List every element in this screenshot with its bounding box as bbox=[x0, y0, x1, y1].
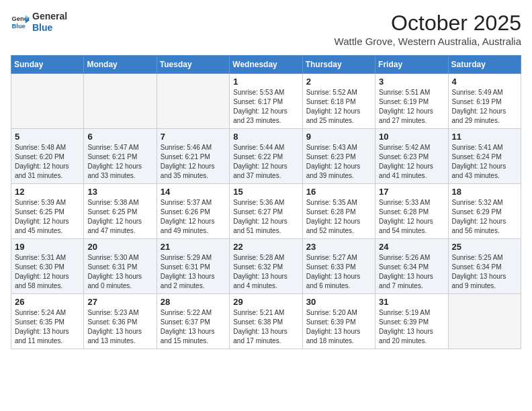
day-info: Sunrise: 5:26 AM Sunset: 6:34 PM Dayligh… bbox=[379, 253, 444, 291]
calendar-day-cell: 14Sunrise: 5:37 AM Sunset: 6:26 PM Dayli… bbox=[157, 184, 229, 239]
day-info: Sunrise: 5:51 AM Sunset: 6:19 PM Dayligh… bbox=[379, 88, 444, 126]
day-number: 19 bbox=[15, 242, 80, 252]
day-info: Sunrise: 5:30 AM Sunset: 6:31 PM Dayligh… bbox=[87, 253, 152, 291]
weekday-header-thursday: Thursday bbox=[302, 56, 375, 74]
day-number: 17 bbox=[379, 187, 444, 197]
day-info: Sunrise: 5:33 AM Sunset: 6:28 PM Dayligh… bbox=[379, 198, 444, 236]
calendar-week-row: 5Sunrise: 5:48 AM Sunset: 6:20 PM Daylig… bbox=[11, 129, 521, 184]
day-info: Sunrise: 5:37 AM Sunset: 6:26 PM Dayligh… bbox=[161, 198, 226, 236]
calendar-day-cell: 11Sunrise: 5:41 AM Sunset: 6:24 PM Dayli… bbox=[448, 129, 521, 184]
calendar-day-cell: 27Sunrise: 5:23 AM Sunset: 6:36 PM Dayli… bbox=[84, 294, 157, 349]
day-info: Sunrise: 5:43 AM Sunset: 6:23 PM Dayligh… bbox=[306, 143, 371, 181]
calendar-day-cell bbox=[157, 74, 229, 129]
day-number: 31 bbox=[379, 297, 444, 307]
day-number: 16 bbox=[306, 187, 371, 197]
day-number: 24 bbox=[379, 242, 444, 252]
calendar-week-row: 26Sunrise: 5:24 AM Sunset: 6:35 PM Dayli… bbox=[11, 294, 521, 349]
logo-text-general: General bbox=[32, 11, 67, 22]
day-info: Sunrise: 5:28 AM Sunset: 6:32 PM Dayligh… bbox=[233, 253, 298, 291]
calendar-day-cell: 13Sunrise: 5:38 AM Sunset: 6:25 PM Dayli… bbox=[84, 184, 157, 239]
calendar-day-cell: 3Sunrise: 5:51 AM Sunset: 6:19 PM Daylig… bbox=[375, 74, 448, 129]
day-info: Sunrise: 5:23 AM Sunset: 6:36 PM Dayligh… bbox=[87, 308, 152, 346]
calendar-day-cell: 26Sunrise: 5:24 AM Sunset: 6:35 PM Dayli… bbox=[11, 294, 84, 349]
day-info: Sunrise: 5:32 AM Sunset: 6:29 PM Dayligh… bbox=[452, 198, 517, 236]
day-info: Sunrise: 5:19 AM Sunset: 6:39 PM Dayligh… bbox=[379, 308, 444, 346]
day-number: 12 bbox=[15, 187, 80, 197]
calendar-week-row: 12Sunrise: 5:39 AM Sunset: 6:25 PM Dayli… bbox=[11, 184, 521, 239]
day-number: 3 bbox=[379, 77, 444, 87]
day-number: 9 bbox=[306, 132, 371, 142]
day-number: 13 bbox=[87, 187, 152, 197]
day-number: 26 bbox=[15, 297, 80, 307]
day-info: Sunrise: 5:36 AM Sunset: 6:27 PM Dayligh… bbox=[233, 198, 298, 236]
calendar-day-cell: 23Sunrise: 5:27 AM Sunset: 6:33 PM Dayli… bbox=[302, 239, 375, 294]
calendar-day-cell: 4Sunrise: 5:49 AM Sunset: 6:19 PM Daylig… bbox=[448, 74, 521, 129]
calendar-day-cell: 12Sunrise: 5:39 AM Sunset: 6:25 PM Dayli… bbox=[11, 184, 84, 239]
day-number: 15 bbox=[233, 187, 298, 197]
day-number: 8 bbox=[233, 132, 298, 142]
day-number: 4 bbox=[452, 77, 517, 87]
calendar-day-cell: 1Sunrise: 5:53 AM Sunset: 6:17 PM Daylig… bbox=[230, 74, 302, 129]
calendar-table: SundayMondayTuesdayWednesdayThursdayFrid… bbox=[11, 55, 521, 349]
calendar-day-cell: 16Sunrise: 5:35 AM Sunset: 6:28 PM Dayli… bbox=[302, 184, 375, 239]
weekday-header-saturday: Saturday bbox=[448, 56, 521, 74]
calendar-day-cell bbox=[11, 74, 84, 129]
day-number: 23 bbox=[306, 242, 371, 252]
calendar-day-cell: 5Sunrise: 5:48 AM Sunset: 6:20 PM Daylig… bbox=[11, 129, 84, 184]
day-info: Sunrise: 5:21 AM Sunset: 6:38 PM Dayligh… bbox=[233, 308, 298, 346]
day-number: 20 bbox=[87, 242, 152, 252]
day-number: 27 bbox=[87, 297, 152, 307]
day-number: 7 bbox=[161, 132, 226, 142]
day-number: 18 bbox=[452, 187, 517, 197]
calendar-day-cell: 9Sunrise: 5:43 AM Sunset: 6:23 PM Daylig… bbox=[302, 129, 375, 184]
page-header: General Blue General Blue October 2025 W… bbox=[11, 11, 521, 47]
day-info: Sunrise: 5:49 AM Sunset: 6:19 PM Dayligh… bbox=[452, 88, 517, 126]
calendar-day-cell: 24Sunrise: 5:26 AM Sunset: 6:34 PM Dayli… bbox=[375, 239, 448, 294]
day-info: Sunrise: 5:42 AM Sunset: 6:23 PM Dayligh… bbox=[379, 143, 444, 181]
day-number: 11 bbox=[452, 132, 517, 142]
logo-icon: General Blue bbox=[11, 13, 30, 32]
calendar-week-row: 1Sunrise: 5:53 AM Sunset: 6:17 PM Daylig… bbox=[11, 74, 521, 129]
calendar-day-cell: 31Sunrise: 5:19 AM Sunset: 6:39 PM Dayli… bbox=[375, 294, 448, 349]
day-info: Sunrise: 5:44 AM Sunset: 6:22 PM Dayligh… bbox=[233, 143, 298, 181]
weekday-header-row: SundayMondayTuesdayWednesdayThursdayFrid… bbox=[11, 56, 521, 74]
day-number: 28 bbox=[161, 297, 226, 307]
day-number: 21 bbox=[161, 242, 226, 252]
weekday-header-monday: Monday bbox=[84, 56, 157, 74]
day-info: Sunrise: 5:20 AM Sunset: 6:39 PM Dayligh… bbox=[306, 308, 371, 346]
day-info: Sunrise: 5:47 AM Sunset: 6:21 PM Dayligh… bbox=[87, 143, 152, 181]
weekday-header-wednesday: Wednesday bbox=[230, 56, 302, 74]
calendar-day-cell: 25Sunrise: 5:25 AM Sunset: 6:34 PM Dayli… bbox=[448, 239, 521, 294]
calendar-day-cell: 21Sunrise: 5:29 AM Sunset: 6:31 PM Dayli… bbox=[157, 239, 229, 294]
weekday-header-sunday: Sunday bbox=[11, 56, 84, 74]
calendar-day-cell: 22Sunrise: 5:28 AM Sunset: 6:32 PM Dayli… bbox=[230, 239, 302, 294]
day-number: 25 bbox=[452, 242, 517, 252]
day-info: Sunrise: 5:48 AM Sunset: 6:20 PM Dayligh… bbox=[15, 143, 80, 181]
day-info: Sunrise: 5:25 AM Sunset: 6:34 PM Dayligh… bbox=[452, 253, 517, 291]
day-info: Sunrise: 5:53 AM Sunset: 6:17 PM Dayligh… bbox=[233, 88, 298, 126]
day-info: Sunrise: 5:38 AM Sunset: 6:25 PM Dayligh… bbox=[87, 198, 152, 236]
day-number: 6 bbox=[87, 132, 152, 142]
day-number: 1 bbox=[233, 77, 298, 87]
day-info: Sunrise: 5:46 AM Sunset: 6:21 PM Dayligh… bbox=[161, 143, 226, 181]
day-info: Sunrise: 5:24 AM Sunset: 6:35 PM Dayligh… bbox=[15, 308, 80, 346]
day-info: Sunrise: 5:22 AM Sunset: 6:37 PM Dayligh… bbox=[161, 308, 226, 346]
calendar-day-cell: 18Sunrise: 5:32 AM Sunset: 6:29 PM Dayli… bbox=[448, 184, 521, 239]
weekday-header-friday: Friday bbox=[375, 56, 448, 74]
svg-text:Blue: Blue bbox=[12, 23, 26, 30]
day-number: 5 bbox=[15, 132, 80, 142]
day-number: 22 bbox=[233, 242, 298, 252]
location-title: Wattle Grove, Western Australia, Austral… bbox=[335, 36, 521, 47]
calendar-day-cell: 8Sunrise: 5:44 AM Sunset: 6:22 PM Daylig… bbox=[230, 129, 302, 184]
day-info: Sunrise: 5:29 AM Sunset: 6:31 PM Dayligh… bbox=[161, 253, 226, 291]
day-info: Sunrise: 5:41 AM Sunset: 6:24 PM Dayligh… bbox=[452, 143, 517, 181]
logo: General Blue General Blue bbox=[11, 11, 67, 34]
calendar-day-cell bbox=[84, 74, 157, 129]
calendar-week-row: 19Sunrise: 5:31 AM Sunset: 6:30 PM Dayli… bbox=[11, 239, 521, 294]
day-info: Sunrise: 5:31 AM Sunset: 6:30 PM Dayligh… bbox=[15, 253, 80, 291]
calendar-day-cell: 29Sunrise: 5:21 AM Sunset: 6:38 PM Dayli… bbox=[230, 294, 302, 349]
day-info: Sunrise: 5:27 AM Sunset: 6:33 PM Dayligh… bbox=[306, 253, 371, 291]
weekday-header-tuesday: Tuesday bbox=[157, 56, 229, 74]
day-info: Sunrise: 5:39 AM Sunset: 6:25 PM Dayligh… bbox=[15, 198, 80, 236]
month-title: October 2025 bbox=[335, 11, 521, 36]
